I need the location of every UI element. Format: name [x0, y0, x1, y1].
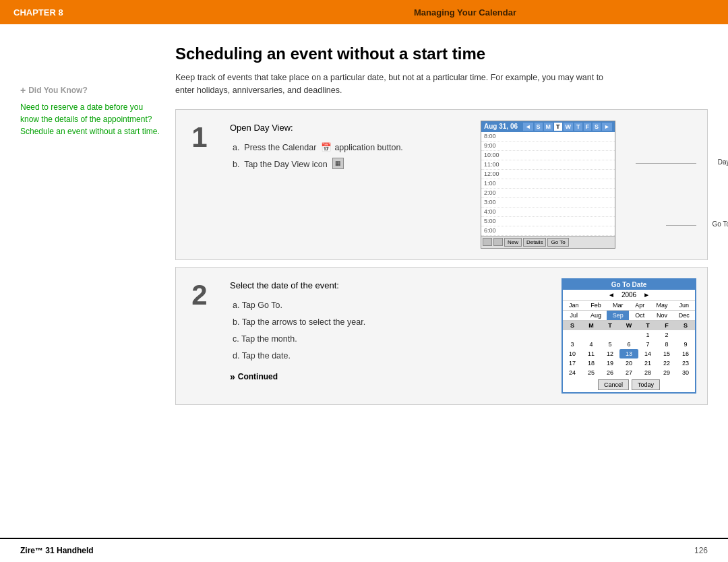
day-header-s2: S [676, 321, 695, 330]
time-slot-10: 10:00 [481, 151, 615, 160]
time-slot-4: 4:00 [481, 208, 615, 217]
details-button[interactable]: Details [523, 238, 546, 247]
goto-date-screenshot: Go To Date ◄ 2006 ► Jan Feb Mar Apr May [562, 278, 696, 394]
cal-day-16[interactable]: 16 [676, 349, 695, 358]
month-nov[interactable]: Nov [651, 311, 673, 320]
plus-icon: + [20, 85, 26, 96]
nav-s2[interactable]: S [593, 123, 601, 131]
cal-day-18[interactable]: 18 [582, 358, 601, 368]
cal-day-empty3[interactable] [601, 330, 619, 340]
cal-day-23[interactable]: 23 [676, 358, 695, 368]
cal-day-28[interactable]: 28 [638, 368, 657, 377]
time-slot-6: 6:00 [481, 226, 615, 236]
cal-day-27[interactable]: 27 [619, 368, 638, 377]
main-content: + Did You Know? Need to reserve a date b… [0, 24, 728, 425]
cal-day-empty1[interactable] [563, 330, 582, 340]
step-1-sub-b: b. Tap the Day View icon ▦ [233, 158, 467, 172]
month-sep[interactable]: Sep [607, 311, 629, 320]
continued-arrow-icon: » [230, 369, 235, 385]
cal-day-empty2[interactable] [582, 330, 601, 340]
goto-months-row1: Jan Feb Mar Apr May Jun [563, 301, 695, 311]
cal-day-13[interactable]: 13 [619, 349, 638, 358]
month-feb[interactable]: Feb [585, 301, 607, 310]
day-header-m: M [582, 321, 601, 330]
step-2-instructions: Select the date of the event: a. Tap Go … [230, 278, 548, 394]
cal-day-21[interactable]: 21 [638, 358, 657, 368]
cal-day-22[interactable]: 22 [657, 358, 676, 368]
goto-header: Go To Date [563, 280, 695, 290]
day-view-screenshot: Aug 31, 06 ◄ S M T W T F S ► [481, 121, 696, 249]
cal-day-5[interactable]: 5 [601, 340, 619, 349]
step-2-sub-c: c. Tap the month. [233, 332, 548, 346]
month-oct[interactable]: Oct [629, 311, 651, 320]
year-next-arrow[interactable]: ► [643, 291, 650, 299]
day-header-w: W [619, 321, 638, 330]
nav-prev[interactable]: ◄ [523, 123, 533, 131]
time-slot-9: 9:00 [481, 142, 615, 151]
nav-s[interactable]: S [535, 123, 543, 131]
cal-day-17[interactable]: 17 [563, 358, 582, 368]
footer-brand: Zire™ 31 Handheld [20, 546, 94, 555]
cal-day-14[interactable]: 14 [638, 349, 657, 358]
year-prev-arrow[interactable]: ◄ [608, 291, 615, 299]
month-jul[interactable]: Jul [563, 311, 585, 320]
month-jan[interactable]: Jan [563, 301, 585, 310]
cal-day-1[interactable]: 1 [638, 330, 657, 340]
cal-day-empty5[interactable] [676, 330, 695, 340]
annotation-line-1 [636, 163, 696, 164]
month-jun[interactable]: Jun [673, 301, 695, 310]
month-dec[interactable]: Dec [673, 311, 695, 320]
cal-day-4[interactable]: 4 [582, 340, 601, 349]
goto-months-row2: Jul Aug Sep Oct Nov Dec [563, 311, 695, 321]
step-1-sub-a: a. Press the Calendar 📅 application butt… [233, 141, 467, 155]
nav-f[interactable]: F [584, 123, 592, 131]
month-aug[interactable]: Aug [585, 311, 607, 320]
cal-date: Aug 31, 06 [484, 123, 518, 130]
cal-day-20[interactable]: 20 [619, 358, 638, 368]
go-to-annotation: Go To [712, 220, 729, 228]
cal-day-3[interactable]: 3 [563, 340, 582, 349]
nav-t2[interactable]: T [574, 123, 582, 131]
day-header-s1: S [563, 321, 582, 330]
cal-day-11[interactable]: 11 [582, 349, 601, 358]
nav-w[interactable]: W [564, 123, 574, 131]
cal-day-15[interactable]: 15 [657, 349, 676, 358]
month-may[interactable]: May [651, 301, 673, 310]
day-view-icon-annotation: Day View icon [718, 158, 728, 166]
cal-day-12[interactable]: 12 [601, 349, 619, 358]
chapter-label: CHAPTER 8 [13, 7, 216, 18]
day-view-icon: ▦ [332, 158, 344, 169]
goto-button-toolbar[interactable]: Go To [547, 238, 568, 247]
cancel-button[interactable]: Cancel [598, 379, 629, 390]
step-2-box: 2 Select the date of the event: a. Tap G… [175, 267, 708, 405]
cal-day-19[interactable]: 19 [601, 358, 619, 368]
cal-day-26[interactable]: 26 [601, 368, 619, 377]
step-1-box: 1 Open Day View: a. Press the Calendar 📅… [175, 109, 708, 260]
cal-day-2[interactable]: 2 [657, 330, 676, 340]
time-slot-1: 1:00 [481, 179, 615, 189]
cal-day-7[interactable]: 7 [638, 340, 657, 349]
today-button[interactable]: Today [632, 379, 660, 390]
nav-next[interactable]: ► [602, 123, 612, 131]
nav-m[interactable]: M [544, 123, 553, 131]
cal-day-9[interactable]: 9 [676, 340, 695, 349]
cal-day-24[interactable]: 24 [563, 368, 582, 377]
day-header-t1: T [601, 321, 619, 330]
cal-day-30[interactable]: 30 [676, 368, 695, 377]
cal-day-25[interactable]: 25 [582, 368, 601, 377]
month-apr[interactable]: Apr [629, 301, 651, 310]
month-mar[interactable]: Mar [607, 301, 629, 310]
goto-cal-days: 1 2 3 4 5 6 7 8 9 10 [563, 330, 695, 377]
cal-day-29[interactable]: 29 [657, 368, 676, 377]
cal-day-10[interactable]: 10 [563, 349, 582, 358]
new-button[interactable]: New [504, 238, 522, 247]
nav-t1[interactable]: T [554, 123, 562, 131]
cal-day-6[interactable]: 6 [619, 340, 638, 349]
cal-day-header: Aug 31, 06 ◄ S M T W T F S ► [481, 121, 615, 132]
cal-day-empty4[interactable] [619, 330, 638, 340]
goto-year: ◄ 2006 ► [563, 290, 695, 301]
goto-footer: Cancel Today [563, 377, 695, 392]
cal-day-8[interactable]: 8 [657, 340, 676, 349]
time-slot-2: 2:00 [481, 189, 615, 198]
cal-day-nav: ◄ S M T W T F S ► [523, 123, 612, 131]
